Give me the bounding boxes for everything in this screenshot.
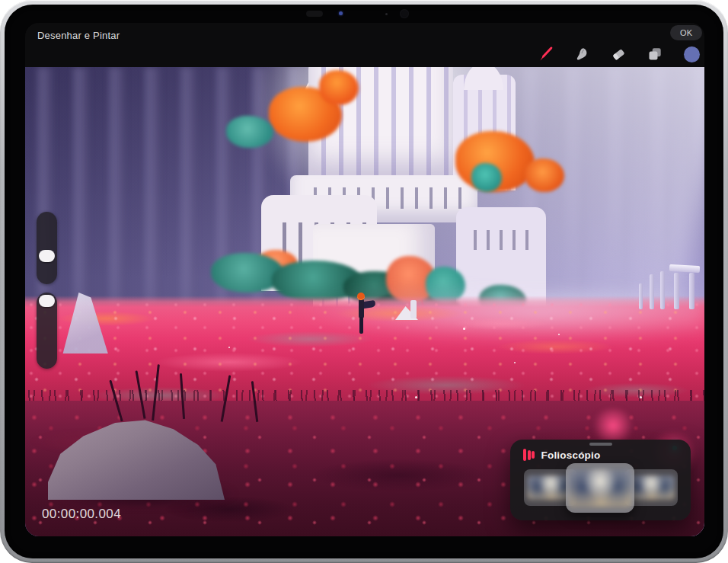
artwork-figure xyxy=(353,293,375,337)
app-screen: 00:00:00.004 Folioscópio Desenha xyxy=(25,23,704,536)
tool-row xyxy=(537,46,700,62)
brush-size-slider[interactable] xyxy=(37,212,57,284)
drawing-canvas[interactable]: 00:00:00.004 Folioscópio xyxy=(25,67,704,536)
brush-opacity-slider[interactable] xyxy=(37,293,57,369)
flipbook-panel: Folioscópio xyxy=(510,440,691,520)
front-camera-icon xyxy=(339,11,343,15)
tablet-frame: 00:00:00.004 Folioscópio Desenha xyxy=(0,0,728,563)
top-bar: Desenhar e Pintar OK xyxy=(25,23,704,67)
active-color[interactable] xyxy=(684,46,700,62)
eraser-icon[interactable] xyxy=(610,46,627,62)
document-title: Desenhar e Pintar xyxy=(37,30,120,41)
brush-opacity-handle[interactable] xyxy=(39,295,55,307)
panel-drag-handle[interactable] xyxy=(589,443,612,446)
flipbook-icon xyxy=(523,449,535,461)
speaker-slot xyxy=(306,11,323,17)
artwork-pillars xyxy=(639,256,700,311)
camera-ring xyxy=(400,9,409,18)
smudge-icon[interactable] xyxy=(573,46,590,62)
sensor-dot xyxy=(385,13,388,15)
color-swatch[interactable] xyxy=(683,46,700,62)
layers-icon[interactable] xyxy=(647,46,663,62)
tablet-bezel: 00:00:00.004 Folioscópio Desenha xyxy=(5,5,723,558)
paint-brush-icon[interactable] xyxy=(537,46,554,62)
flipbook-title: Folioscópio xyxy=(541,449,601,461)
ok-button[interactable]: OK xyxy=(670,25,702,40)
recording-timecode: 00:00:00.004 xyxy=(42,507,121,522)
flipbook-frame-2-selected[interactable] xyxy=(566,463,634,513)
brush-size-handle[interactable] xyxy=(39,250,55,262)
